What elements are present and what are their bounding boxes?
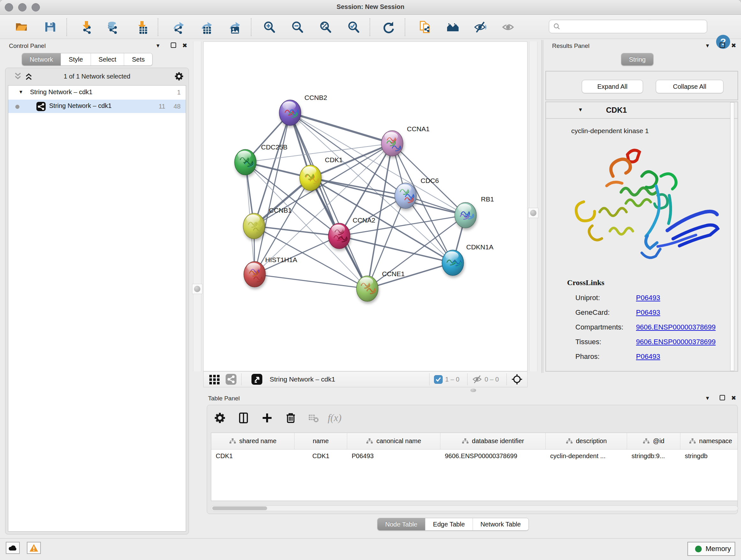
results-panel-close-icon[interactable]: ✖ [730, 42, 738, 50]
tab-edge-table[interactable]: Edge Table [425, 518, 473, 530]
cell-name[interactable]: CDK1 [294, 449, 347, 463]
column-header-shared-name[interactable]: shared name [211, 433, 294, 449]
horizontal-splitter-handle[interactable] [470, 388, 476, 392]
table-options-gear-icon[interactable] [213, 412, 226, 424]
zoom-selected-button[interactable] [347, 20, 360, 34]
network-node-CDKN1A[interactable] [442, 250, 464, 275]
network-node-CDC6[interactable] [395, 183, 416, 208]
network-node-CDC25B[interactable] [234, 149, 256, 175]
network-node-CCNA1[interactable] [381, 131, 403, 156]
tab-select[interactable]: Select [91, 53, 125, 65]
node-section-header[interactable]: ▼ CDK1 [546, 102, 738, 119]
zoom-out-button[interactable] [290, 20, 305, 34]
column-header-database-identifier[interactable]: database identifier [441, 433, 546, 449]
search-field[interactable] [549, 20, 707, 33]
open-session-button[interactable] [15, 20, 29, 34]
network-node-CCNA2[interactable] [328, 223, 350, 249]
tab-network[interactable]: Network [22, 53, 61, 65]
results-panel-float-icon[interactable] [718, 42, 726, 50]
results-panel-scrollbar[interactable] [730, 102, 734, 371]
edge-CCNA2-HIST1H1A[interactable] [255, 236, 339, 274]
zoom-fit-button[interactable] [319, 20, 333, 34]
memory-button[interactable]: Memory [687, 542, 735, 556]
tab-node-table[interactable]: Node Table [378, 518, 425, 530]
column-header-namespace[interactable]: namespace [680, 433, 738, 449]
export-table-button[interactable] [199, 20, 212, 34]
right-splitter-handle[interactable] [528, 208, 538, 218]
network-options-gear-icon[interactable] [174, 71, 184, 81]
detach-view-icon[interactable] [251, 374, 263, 385]
cell-description[interactable]: cyclin-dependent ... [546, 449, 627, 463]
import-table-button[interactable] [135, 20, 149, 34]
search-input[interactable] [561, 21, 707, 32]
edge-CCNA2-CDKN1A[interactable] [339, 236, 453, 263]
cell-shared-name[interactable]: CDK1 [211, 449, 294, 463]
network-node-CCNB1[interactable] [243, 213, 265, 239]
column-header-canonical-name[interactable]: canonical name [347, 433, 441, 449]
left-splitter[interactable] [193, 42, 201, 371]
tab-string[interactable]: String [621, 53, 653, 65]
edge-CDC6-CCNA2[interactable] [339, 196, 406, 236]
import-network-button[interactable] [79, 20, 93, 34]
collection-expand-icon[interactable]: ▼ [18, 89, 23, 95]
crosslink-link[interactable]: P06493 [636, 353, 660, 361]
duplicate-network-button[interactable] [418, 20, 432, 34]
section-expand-icon[interactable]: ▼ [578, 107, 583, 113]
column-header-name[interactable]: name [294, 433, 347, 449]
tab-style[interactable]: Style [61, 53, 91, 65]
collapse-all-button[interactable]: Collapse All [656, 80, 724, 93]
table-panel-menu-icon[interactable]: ▾ [703, 394, 712, 402]
cell--id[interactable]: stringdb:9... [627, 449, 680, 463]
network-collection-row[interactable]: ▼ String Network – cdk1 1 [8, 85, 186, 100]
edge-HIST1H1A-CCNE1[interactable] [255, 274, 367, 289]
delete-column-icon[interactable] [284, 412, 297, 424]
expand-all-button[interactable]: Expand All [582, 80, 643, 93]
save-session-button[interactable] [44, 20, 57, 34]
network-node-RB1[interactable] [455, 202, 476, 228]
cell-database-identifier[interactable]: 9606.ENSP00000378699 [441, 449, 546, 463]
crosslink-link[interactable]: 9606.ENSP00000378699 [636, 323, 716, 331]
network-row-selected[interactable]: String Network – cdk1 11 48 [8, 100, 186, 113]
tab-network-table[interactable]: Network Table [473, 518, 529, 530]
edge-CCNB2-CCNE1[interactable] [290, 113, 367, 289]
table-row[interactable]: CDK1CDK1P064939606.ENSP00000378699cyclin… [211, 449, 738, 463]
edge-CDKN1A-CCNE1[interactable] [367, 263, 453, 289]
export-image-button[interactable] [226, 20, 241, 34]
edge-CCNB2-RB1[interactable] [290, 113, 466, 215]
tab-sets[interactable]: Sets [124, 53, 152, 65]
cell-namespace[interactable]: stringdb [680, 449, 738, 463]
cloud-button[interactable] [6, 542, 20, 554]
zoom-in-button[interactable] [262, 20, 276, 34]
hide-selected-button[interactable] [474, 20, 488, 34]
first-neighbors-button[interactable] [446, 20, 460, 34]
column-header-description[interactable]: description [546, 433, 627, 449]
crosslink-link[interactable]: P06493 [636, 294, 660, 302]
warnings-button[interactable] [27, 542, 41, 554]
control-panel-close-icon[interactable]: ✖ [181, 42, 189, 50]
add-column-icon[interactable] [261, 412, 273, 424]
scrollbar-thumb[interactable] [212, 506, 267, 510]
network-node-CCNB2[interactable] [279, 100, 301, 125]
show-columns-icon[interactable] [237, 412, 250, 424]
cell-canonical-name[interactable]: P06493 [347, 449, 441, 463]
export-network-button[interactable] [171, 20, 185, 34]
table-horizontal-scrollbar[interactable] [211, 505, 738, 511]
import-network-from-database-button[interactable] [105, 20, 119, 34]
network-node-CCNE1[interactable] [356, 276, 378, 301]
grid-view-icon[interactable] [209, 374, 220, 385]
network-node-HIST1H1A[interactable] [244, 261, 266, 287]
column-header--id[interactable]: @id [627, 433, 680, 449]
control-panel-menu-icon[interactable]: ▾ [154, 42, 162, 50]
results-panel-menu-icon[interactable]: ▾ [703, 42, 712, 50]
network-canvas[interactable]: CCNB2CCNA1CDC25BCDK1CDC6RB1CCNB1CCNA2CDK… [203, 42, 528, 371]
table-panel-float-icon[interactable] [718, 394, 726, 402]
crosslink-link[interactable]: P06493 [636, 308, 660, 317]
table-panel-close-icon[interactable]: ✖ [730, 394, 738, 402]
left-splitter-handle[interactable] [192, 284, 202, 294]
navigator-icon[interactable] [511, 374, 523, 385]
apply-layout-button[interactable] [382, 20, 396, 34]
selected-items-checkbox[interactable] [434, 375, 443, 384]
network-node-CDK1[interactable] [300, 165, 321, 191]
right-splitter[interactable] [529, 42, 537, 371]
edge-CCNB2-CCNA1[interactable] [290, 113, 392, 143]
